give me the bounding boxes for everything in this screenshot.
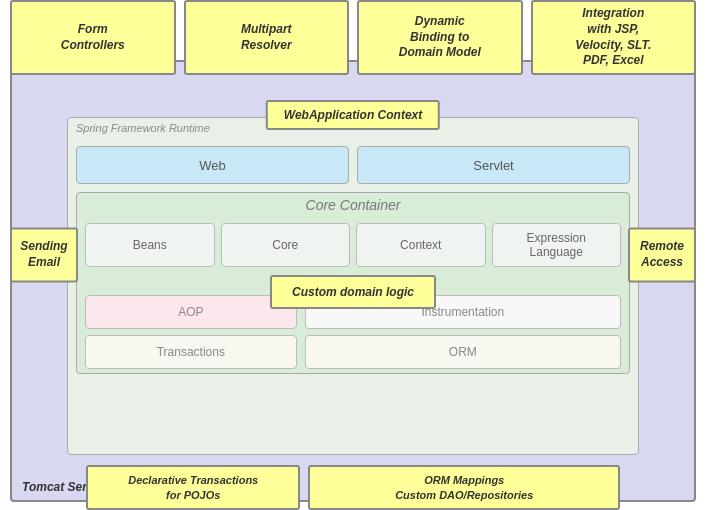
sending-email-label: Sending Email xyxy=(20,239,67,269)
servlet-box: Servlet xyxy=(357,146,630,184)
declarative-transactions-box: Declarative Transactions for POJOs xyxy=(86,465,300,510)
top-boxes-row: Form Controllers Multipart Resolver Dyna… xyxy=(10,0,696,75)
custom-domain-label: Custom domain logic xyxy=(292,285,414,299)
multipart-resolver-box: Multipart Resolver xyxy=(184,0,350,75)
transactions-label: Transactions xyxy=(157,345,225,359)
custom-domain-box: Custom domain logic xyxy=(270,275,436,309)
form-controllers-box: Form Controllers xyxy=(10,0,176,75)
integration-box: Integration with JSP, Velocity, SLT. PDF… xyxy=(531,0,697,75)
context-box: Context xyxy=(356,223,486,267)
spring-container: Spring Framework Runtime WebApplication … xyxy=(67,117,639,455)
tomcat-container: Tomcat Servlet Container Spring Framewor… xyxy=(10,60,696,502)
aop-label: AOP xyxy=(178,305,203,319)
web-box: Web xyxy=(76,146,349,184)
sending-email-box: Sending Email xyxy=(10,227,78,282)
beans-box: Beans xyxy=(85,223,215,267)
remote-access-label: Remote Access xyxy=(640,239,684,269)
tx-row: Transactions ORM xyxy=(85,335,621,369)
expression-language-box: Expression Language xyxy=(492,223,622,267)
orm-box: ORM xyxy=(305,335,621,369)
webapp-context-box: WebApplication Context xyxy=(266,100,440,130)
beans-label: Beans xyxy=(133,238,167,252)
bottom-boxes-row: Declarative Transactions for POJOs ORM M… xyxy=(10,465,696,510)
servlet-label: Servlet xyxy=(473,158,513,173)
declarative-transactions-label: Declarative Transactions for POJOs xyxy=(128,474,258,500)
core-container-label: Core Container xyxy=(306,197,401,213)
context-label: Context xyxy=(400,238,441,252)
core-label: Core xyxy=(272,238,298,252)
integration-label: Integration with JSP, Velocity, SLT. PDF… xyxy=(575,6,651,68)
dynamic-binding-label: Dynamic Binding to Domain Model xyxy=(399,14,481,61)
aop-box: AOP xyxy=(85,295,297,329)
multipart-resolver-label: Multipart Resolver xyxy=(241,22,292,53)
spring-label: Spring Framework Runtime xyxy=(76,122,210,134)
orm-mappings-label: ORM Mappings Custom DAO/Repositories xyxy=(395,474,533,500)
web-label: Web xyxy=(199,158,226,173)
diagram-container: Form Controllers Multipart Resolver Dyna… xyxy=(0,0,706,510)
beans-row: Beans Core Context Expression Language xyxy=(85,223,621,267)
webapp-context-label: WebApplication Context xyxy=(284,108,422,122)
expression-language-label: Expression Language xyxy=(527,231,586,259)
orm-mappings-box: ORM Mappings Custom DAO/Repositories xyxy=(308,465,620,510)
dynamic-binding-box: Dynamic Binding to Domain Model xyxy=(357,0,523,75)
core-container: Core Container Beans Core Context Expres… xyxy=(76,192,630,374)
web-servlet-row: Web Servlet xyxy=(76,146,630,184)
transactions-box: Transactions xyxy=(85,335,297,369)
form-controllers-label: Form Controllers xyxy=(61,22,125,53)
core-box: Core xyxy=(221,223,351,267)
orm-label: ORM xyxy=(449,345,477,359)
remote-access-box: Remote Access xyxy=(628,227,696,282)
